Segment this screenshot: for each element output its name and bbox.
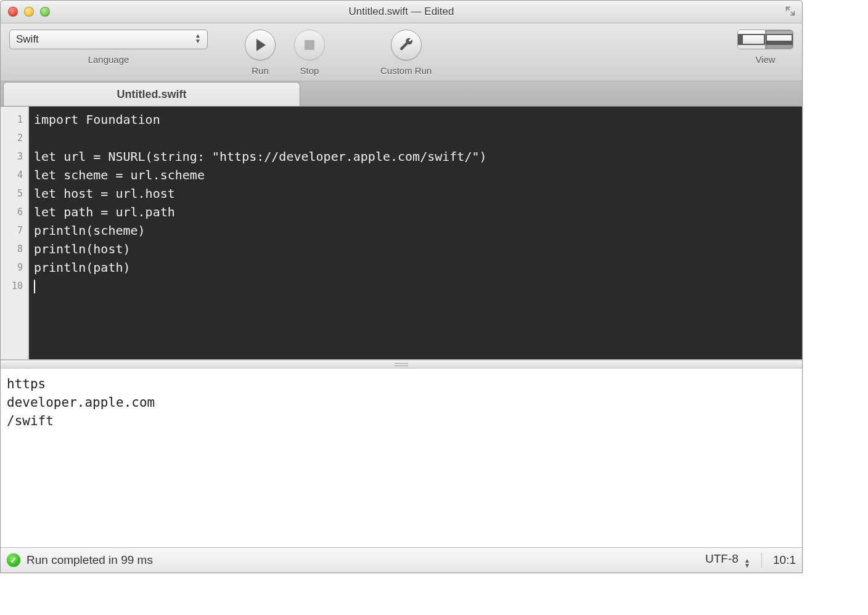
app-window: Untitled.swift — Edited Swift ▲▼ Languag…: [0, 0, 803, 573]
window-controls: [8, 7, 50, 17]
line-number: 2: [1, 129, 28, 147]
line-number: 8: [1, 240, 28, 258]
panel-left-icon: [738, 34, 765, 45]
run-button[interactable]: [245, 30, 276, 60]
view-segmented-control: [737, 30, 793, 49]
language-select[interactable]: Swift ▲▼: [9, 30, 208, 49]
language-select-value: Swift: [16, 33, 39, 46]
status-right: UTF-8 ▲▼ 10:1: [705, 552, 796, 568]
stop-label: Stop: [300, 65, 319, 76]
language-label: Language: [88, 54, 129, 65]
encoding-selector[interactable]: UTF-8 ▲▼: [705, 552, 750, 568]
titlebar: Untitled.swift — Edited: [1, 1, 802, 23]
close-window-button[interactable]: [8, 7, 18, 17]
fullscreen-button[interactable]: [785, 6, 796, 17]
updown-icon: ▲▼: [195, 33, 201, 44]
line-number: 7: [1, 221, 28, 240]
view-group: View: [737, 30, 793, 65]
line-number: 3: [1, 147, 28, 166]
separator: [761, 553, 762, 568]
line-number-gutter: 1 2 3 4 5 6 7 8 9 10: [1, 107, 29, 359]
stop-icon: [305, 40, 314, 50]
view-label: View: [755, 54, 775, 65]
play-icon: [256, 39, 266, 51]
line-number: 5: [1, 184, 28, 203]
encoding-value: UTF-8: [705, 552, 739, 565]
line-number: 1: [1, 110, 28, 129]
line-number: 6: [1, 203, 28, 221]
tab-label: Untitled.swift: [117, 88, 187, 101]
wrench-icon: [398, 36, 414, 54]
status-bar: ✓ Run completed in 99 ms UTF-8 ▲▼ 10:1: [1, 547, 802, 572]
view-sidebar-toggle[interactable]: [738, 30, 765, 49]
grip-icon: [395, 363, 408, 366]
zoom-window-button[interactable]: [40, 7, 50, 17]
minimize-window-button[interactable]: [24, 7, 34, 17]
line-number: 4: [1, 166, 28, 184]
view-output-toggle[interactable]: [765, 30, 793, 49]
code-editor[interactable]: import Foundation let url = NSURL(string…: [29, 107, 802, 359]
pane-splitter[interactable]: [1, 360, 802, 369]
tab-bar: Untitled.swift: [1, 81, 802, 107]
window-title: Untitled.swift — Edited: [1, 6, 802, 18]
success-icon: ✓: [7, 553, 20, 567]
toolbar: Swift ▲▼ Language Run Stop Custom Run: [1, 23, 802, 81]
stop-button[interactable]: [294, 30, 325, 60]
cursor-position: 10:1: [773, 553, 796, 567]
stop-group: Stop: [294, 30, 325, 76]
updown-icon: ▲▼: [744, 558, 750, 568]
output-pane[interactable]: https developer.apple.com /swift: [1, 369, 802, 547]
panel-bottom-icon: [766, 34, 793, 45]
custom-run-label: Custom Run: [380, 65, 432, 76]
custom-run-group: Custom Run: [380, 30, 432, 76]
editor-area: 1 2 3 4 5 6 7 8 9 10 import Foundation l…: [1, 107, 802, 360]
language-group: Swift ▲▼ Language: [9, 30, 208, 65]
tab-untitled[interactable]: Untitled.swift: [3, 82, 300, 106]
run-label: Run: [252, 65, 269, 76]
line-number: 10: [1, 277, 28, 295]
custom-run-button[interactable]: [391, 30, 422, 60]
run-group: Run: [245, 30, 276, 76]
line-number: 9: [1, 258, 28, 277]
status-message: Run completed in 99 ms: [27, 553, 153, 567]
